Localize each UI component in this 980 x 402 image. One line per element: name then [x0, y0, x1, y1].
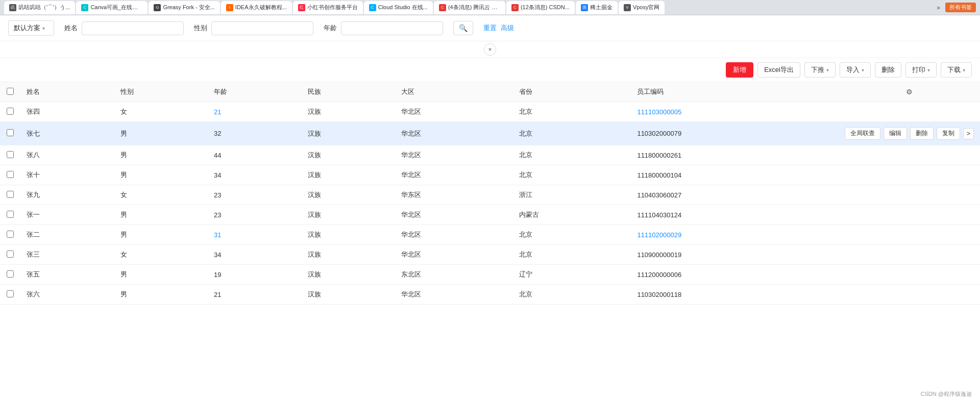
tab-favicon-1: C: [81, 4, 88, 11]
bookmarks-button[interactable]: 所有书签: [945, 3, 976, 12]
row-checkbox-5[interactable]: [7, 211, 14, 218]
row-checkbox-9[interactable]: [7, 290, 14, 297]
col-region: 大区: [395, 82, 513, 102]
add-button[interactable]: 新增: [726, 62, 753, 78]
import-button[interactable]: 导入 ▾: [840, 62, 871, 78]
age-input[interactable]: [341, 21, 443, 35]
select-all-checkbox[interactable]: [7, 88, 14, 95]
more-tabs-button[interactable]: »: [934, 3, 943, 12]
browser-tab-4[interactable]: 红小红书创作服务平台: [293, 1, 363, 14]
row-region-6: 华北区: [395, 225, 513, 245]
row-checkbox-cell-1: [0, 122, 20, 145]
browser-tab-2[interactable]: GGreasy Fork - 安全...: [149, 1, 219, 14]
row-checkbox-1[interactable]: [7, 129, 14, 136]
browser-tab-8[interactable]: 掘稀土掘金: [576, 1, 618, 14]
expand-button[interactable]: ▾: [484, 43, 496, 56]
copy-button[interactable]: 复制: [937, 127, 960, 140]
scheme-selector[interactable]: 默认方案 ▾: [8, 20, 54, 36]
toolbar: 新增 Excel导出 下推 ▾ 导入 ▾ 删除 打印 ▾ 下载 ▾: [0, 58, 980, 82]
row-gender-6: 男: [114, 225, 208, 245]
row-delete-button[interactable]: 删除: [910, 127, 934, 140]
row-gender-3: 男: [114, 165, 208, 185]
download-button[interactable]: 下载 ▾: [941, 62, 972, 78]
row-code-9: 110302000118: [631, 285, 839, 305]
row-age-6[interactable]: 31: [208, 225, 302, 245]
row-region-1: 华北区: [395, 122, 513, 145]
row-age-9: 21: [208, 285, 302, 305]
reset-link[interactable]: 重置: [483, 23, 497, 33]
tab-label-0: 叽咕叽咕（'⌒'）う...: [18, 4, 70, 11]
row-checkbox-8[interactable]: [7, 270, 14, 278]
row-gender-1: 男: [114, 122, 208, 145]
row-age-2: 44: [208, 145, 302, 165]
row-age-0[interactable]: 21: [208, 102, 302, 122]
browser-tab-7[interactable]: C(12条消息) CSDN...: [506, 1, 575, 14]
row-age-3: 34: [208, 165, 302, 185]
browser-tab-9[interactable]: VVposy官网: [619, 1, 665, 14]
row-checkbox-0[interactable]: [7, 108, 14, 115]
excel-export-button[interactable]: Excel导出: [757, 62, 800, 78]
row-province-7: 北京: [513, 245, 631, 265]
browser-tab-6[interactable]: C(4条消息) 腾讯云 C...: [434, 1, 505, 14]
push-button[interactable]: 下推 ▾: [804, 62, 836, 78]
col-name: 姓名: [20, 82, 114, 102]
row-checkbox-2[interactable]: [7, 151, 14, 158]
row-name-4: 张九: [20, 185, 114, 205]
row-checkbox-3[interactable]: [7, 171, 14, 178]
row-age-1: 32: [208, 122, 302, 145]
row-province-2: 北京: [513, 145, 631, 165]
row-name-1: 张七: [20, 122, 114, 145]
push-chevron-icon: ▾: [826, 67, 829, 73]
table-row: 张一男23汉族华北区内蒙古111104030124: [0, 205, 980, 225]
row-name-9: 张六: [20, 285, 114, 305]
row-actions-cell-9: [839, 285, 980, 305]
browser-tab-3[interactable]: IIDEA永久破解教程...: [221, 1, 292, 14]
scheme-chevron-icon: ▾: [42, 26, 45, 31]
row-province-9: 北京: [513, 285, 631, 305]
row-gender-9: 男: [114, 285, 208, 305]
row-ethnicity-9: 汉族: [302, 285, 396, 305]
select-all-header[interactable]: [0, 82, 20, 102]
row-checkbox-6[interactable]: [7, 231, 14, 238]
search-button[interactable]: 🔍: [453, 21, 473, 35]
row-checkbox-4[interactable]: [7, 191, 14, 198]
table-row: 张九女23汉族华东区浙江110403060027: [0, 185, 980, 205]
download-label: 下载: [947, 65, 961, 74]
row-actions-cell-8: [839, 265, 980, 285]
name-label: 姓名: [64, 23, 78, 33]
browser-tab-1[interactable]: CCanva可画_在线设...: [76, 1, 148, 14]
row-ethnicity-5: 汉族: [302, 205, 396, 225]
row-actions-cell-1: 全局联查编辑删除复制>: [839, 122, 980, 145]
row-province-0: 北京: [513, 102, 631, 122]
row-age-4: 23: [208, 185, 302, 205]
col-gender: 性别: [114, 82, 208, 102]
gender-filter-field: 性别: [194, 21, 313, 35]
row-checkbox-7[interactable]: [7, 250, 14, 258]
gender-input[interactable]: [211, 21, 313, 35]
row-actions-cell-4: [839, 185, 980, 205]
row-code-3: 111800000104: [631, 165, 839, 185]
row-age-7: 34: [208, 245, 302, 265]
table-row: 张六男21汉族华北区北京110302000118: [0, 285, 980, 305]
edit-button[interactable]: 编辑: [884, 127, 907, 140]
col-ethnicity: 民族: [302, 82, 396, 102]
browser-tab-5[interactable]: CCloud Studio 在线...: [364, 1, 433, 14]
tab-label-2: Greasy Fork - 安全...: [163, 4, 214, 11]
col-settings[interactable]: ⚙: [839, 82, 980, 102]
name-input[interactable]: [82, 21, 184, 35]
row-checkbox-cell-4: [0, 185, 20, 205]
table-header-row: 姓名 性别 年龄 民族 大区 省份 员工编码 ⚙: [0, 82, 980, 102]
advanced-link[interactable]: 高级: [501, 23, 514, 33]
delete-button[interactable]: 删除: [875, 62, 901, 78]
row-province-6: 北京: [513, 225, 631, 245]
row-actions-cell-2: [839, 145, 980, 165]
browser-tab-0[interactable]: 叽叽咕叽咕（'⌒'）う...: [4, 1, 75, 14]
global-check-button[interactable]: 全局联查: [845, 127, 880, 140]
row-name-0: 张四: [20, 102, 114, 122]
row-gender-4: 女: [114, 185, 208, 205]
row-code-4: 110403060027: [631, 185, 839, 205]
print-button[interactable]: 打印 ▾: [905, 62, 937, 78]
next-button[interactable]: >: [963, 128, 974, 139]
column-settings-icon[interactable]: ⚙: [906, 88, 913, 96]
filter-bar: 默认方案 ▾ 姓名 性别 年龄 🔍 重置 高级: [0, 15, 980, 41]
